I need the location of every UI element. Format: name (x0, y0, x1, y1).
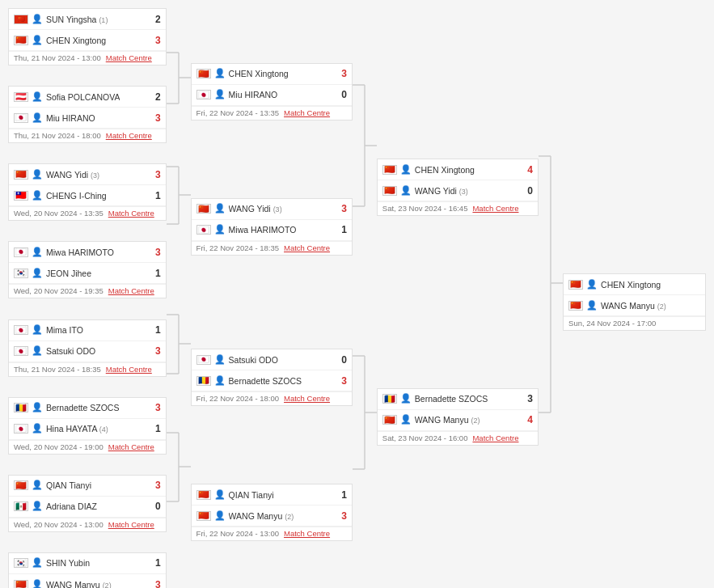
match-centre-link[interactable]: Match Centre (284, 529, 330, 538)
player-name: JEON Jihee (46, 269, 91, 278)
match-centre-link[interactable]: Match Centre (106, 365, 152, 374)
match-date: Wed, 20 Nov 2024 - 13:35 (14, 209, 104, 218)
player-name: Miu HIRANO (229, 90, 278, 99)
r2-m1-p2: 🇯🇵 👤 Miu HIRANO 0 (192, 85, 352, 106)
match-date: Wed, 20 Nov 2024 - 13:00 (14, 520, 104, 529)
match-centre-link[interactable]: Match Centre (284, 108, 330, 117)
match-date: Sat, 23 Nov 2024 - 16:00 (382, 434, 468, 442)
player-name: SHIN Yubin (46, 558, 90, 568)
r1-m3-p2: 🇹🇼 👤 CHENG I-Ching 1 (9, 185, 166, 206)
avatar-icon: 👤 (32, 247, 43, 258)
r1-match-1: 🇨🇳 👤 SUN Yingsha (1) 2 🇨🇳 👤 CHEN Xington… (8, 8, 167, 66)
avatar-icon: 👤 (214, 203, 226, 214)
r2-m2-p2: 🇯🇵 👤 Miwa HARIMOTO 1 (192, 220, 352, 241)
avatar-icon: 👤 (32, 501, 43, 512)
r4-m1-meta: Sun, 24 Nov 2024 - 17:00 (564, 316, 705, 330)
avatar-icon: 👤 (32, 480, 43, 491)
match-date: Thu, 21 Nov 2024 - 18:35 (14, 365, 101, 374)
match-centre-link[interactable]: Match Centre (108, 520, 154, 529)
flag-jp: 🇯🇵 (14, 247, 28, 257)
r3-m2-p1: 🇷🇴 👤 Bernadette SZOCS 3 (378, 389, 538, 410)
avatar-icon: 👤 (32, 14, 43, 25)
score: 3 (150, 345, 161, 357)
flag-cn: 🇨🇳 (14, 170, 28, 180)
r2-m2-meta: Fri, 22 Nov 2024 - 18:35 Match Centre (192, 241, 352, 255)
avatar-icon: 👤 (586, 279, 598, 290)
r2-match-2: 🇨🇳 👤 WANG Yidi (3) 3 🇯🇵 👤 Miwa HARIMOTO … (191, 198, 353, 256)
player-name: WANG Yidi (3) (415, 186, 468, 196)
avatar-icon: 👤 (214, 354, 226, 366)
avatar-icon: 👤 (32, 169, 43, 180)
flag-jp: 🇯🇵 (14, 325, 28, 335)
flag-ro: 🇷🇴 (14, 403, 28, 412)
r1-m6-meta: Wed, 20 Nov 2024 - 19:00 Match Centre (9, 440, 166, 454)
connector-r3-r4 (539, 8, 563, 588)
r2-m1-p1: 🇨🇳 👤 CHEN Xingtong 3 (192, 64, 352, 85)
match-centre-link[interactable]: Match Centre (106, 131, 152, 140)
match-centre-link[interactable]: Match Centre (108, 209, 154, 218)
r4-match-1: 🇨🇳 👤 CHEN Xingtong 🇨🇳 👤 WANG Manyu (2) S… (563, 273, 706, 331)
match-centre-link[interactable]: Match Centre (472, 204, 518, 213)
avatar-icon: 👤 (586, 300, 598, 311)
flag-mx: 🇲🇽 (14, 501, 28, 511)
avatar-icon: 👤 (32, 402, 43, 413)
match-date: Fri, 22 Nov 2024 - 18:00 (196, 394, 279, 403)
player-name: Adriana DIAZ (46, 501, 97, 511)
r1-m5-meta: Thu, 21 Nov 2024 - 18:35 Match Centre (9, 362, 166, 376)
r1-m7-p1: 🇨🇳 👤 QIAN Tianyi 3 (9, 476, 166, 497)
r1-m5-p2: 🇯🇵 👤 Satsuki ODO 3 (9, 341, 166, 362)
match-date: Thu, 21 Nov 2024 - 18:00 (14, 131, 101, 140)
flag-cn: 🇨🇳 (382, 186, 397, 196)
score: 0 (522, 185, 533, 197)
score: 1 (336, 489, 347, 501)
match-date: Sun, 24 Nov 2024 - 17:00 (568, 319, 656, 328)
avatar-icon: 👤 (400, 164, 412, 176)
score: 3 (150, 480, 161, 491)
flag-cn: 🇨🇳 (382, 165, 397, 175)
r1-m2-meta: Thu, 21 Nov 2024 - 18:00 Match Centre (9, 129, 166, 142)
avatar-icon: 👤 (32, 423, 43, 434)
match-centre-link[interactable]: Match Centre (108, 286, 154, 295)
r3-m2-p2: 🇨🇳 👤 WANG Manyu (2) 4 (378, 410, 538, 431)
match-centre-link[interactable]: Match Centre (106, 53, 152, 62)
r1-m4-p2: 🇰🇷 👤 JEON Jihee 1 (9, 263, 166, 284)
r1-match-8: 🇰🇷 👤 SHIN Yubin 1 🇨🇳 👤 WANG Manyu (2) 3 (8, 552, 167, 588)
avatar-icon: 👤 (32, 190, 43, 201)
player-name: WANG Manyu (2) (415, 415, 480, 425)
r2-m1-meta: Fri, 22 Nov 2024 - 13:35 Match Centre (192, 106, 352, 120)
match-centre-link[interactable]: Match Centre (284, 394, 330, 403)
match-centre-link[interactable]: Match Centre (284, 243, 330, 252)
r1-m3-meta: Wed, 20 Nov 2024 - 13:35 Match Centre (9, 206, 166, 220)
flag-kr: 🇰🇷 (14, 269, 28, 278)
match-date: Fri, 22 Nov 2024 - 13:35 (196, 108, 279, 117)
score: 3 (150, 35, 161, 46)
avatar-icon: 👤 (214, 510, 226, 522)
player-name: QIAN Tianyi (229, 490, 274, 500)
r2-match-4: 🇨🇳 👤 QIAN Tianyi 1 🇨🇳 👤 WANG Manyu (2) 3… (191, 484, 353, 541)
player-name: WANG Manyu (2) (229, 511, 294, 521)
connector-r1-r2 (167, 8, 191, 588)
score: 1 (150, 557, 161, 569)
player-name: Sofia POLCANOVA (46, 92, 120, 102)
r2-m4-p2: 🇨🇳 👤 WANG Manyu (2) 3 (192, 506, 352, 527)
player-name: WANG Manyu (2) (46, 580, 112, 588)
score: 4 (522, 414, 533, 425)
score: 2 (150, 91, 161, 103)
player-name: Satsuki ODO (46, 346, 95, 356)
r1-m8-p1: 🇰🇷 👤 SHIN Yubin 1 (9, 553, 166, 574)
flag-cn: 🇨🇳 (196, 69, 211, 78)
score: 1 (150, 423, 161, 434)
r1-m2-p1: 🇦🇹 👤 Sofia POLCANOVA 2 (9, 87, 166, 108)
flag-ro: 🇷🇴 (196, 376, 211, 386)
avatar-icon: 👤 (32, 324, 43, 336)
connector-r2-r3 (353, 8, 377, 588)
avatar-icon: 👤 (32, 35, 43, 46)
match-centre-link[interactable]: Match Centre (108, 442, 154, 451)
r1-match-5: 🇯🇵 👤 Mima ITO 1 🇯🇵 👤 Satsuki ODO 3 Thu, … (8, 319, 167, 377)
r1-m5-p1: 🇯🇵 👤 Mima ITO 1 (9, 320, 166, 341)
match-centre-link[interactable]: Match Centre (472, 434, 518, 442)
flag-cn: 🇨🇳 (196, 204, 211, 214)
flag-cn: 🇨🇳 (14, 15, 28, 24)
avatar-icon: 👤 (32, 557, 43, 569)
player-name: Miu HIRANO (46, 113, 95, 123)
